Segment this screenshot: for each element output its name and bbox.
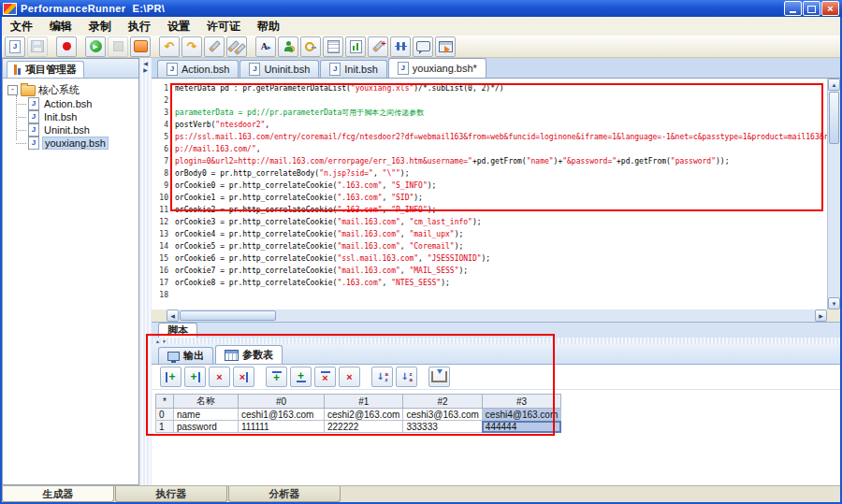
scroll-right-icon[interactable]: ▶ (815, 310, 827, 322)
delete-col-button[interactable]: × (209, 367, 230, 387)
tab-executor[interactable]: 执行器 (115, 486, 227, 502)
vertical-splitter[interactable]: ◀ ▶ (139, 58, 152, 485)
column-header[interactable]: #0 (239, 395, 325, 409)
font-icon: A▸ (261, 41, 271, 51)
code-editor[interactable]: 123456789101112131415161718 meterData pd… (152, 79, 827, 310)
delete-rows-button[interactable]: × (339, 367, 360, 387)
scroll-left-icon[interactable]: ◀ (167, 310, 179, 322)
collapse-right-icon[interactable]: ▶ (143, 67, 148, 74)
table-cell[interactable]: name (174, 409, 239, 421)
menu-help[interactable]: 帮助 (249, 19, 288, 35)
vuser-clock-button[interactable] (278, 36, 298, 57)
table-cell[interactable]: 333333 (403, 421, 482, 433)
minimize-button[interactable] (784, 1, 802, 16)
menu-edit[interactable]: 编辑 (41, 19, 80, 35)
run-button[interactable]: ▶ (85, 36, 106, 57)
tab-script[interactable]: 脚本 (158, 323, 197, 338)
column-header[interactable]: #1 (325, 395, 403, 409)
tree-item-action-bsh[interactable]: JAction.bsh (16, 97, 137, 110)
menu-record[interactable]: 录制 (80, 19, 120, 35)
export-window-button[interactable] (435, 36, 456, 57)
sort-asc-button[interactable]: ↓az (371, 367, 393, 387)
line-number: 10 (152, 192, 168, 204)
tree-item-youxiang-bsh[interactable]: Jyouxiang.bsh (16, 137, 137, 150)
menu-file[interactable]: 文件 (2, 19, 41, 35)
collapse-up-icon[interactable]: ▲ (155, 338, 160, 344)
insert-multi-function-button[interactable] (226, 36, 247, 57)
line-number: 5 (152, 131, 168, 143)
tab-param-table[interactable]: 参数表 (215, 345, 283, 364)
table-cell[interactable]: 222222 (325, 421, 403, 433)
table-cell[interactable]: 444444 (482, 421, 560, 433)
column-header[interactable]: 名称 (174, 395, 239, 409)
insert-col-before-button[interactable]: + (160, 367, 181, 387)
tab-analyzer[interactable]: 分析器 (228, 486, 341, 502)
new-script-button[interactable]: J (5, 36, 25, 57)
code-line (175, 94, 827, 107)
code-line: orBody0 = pr.http_correlateBody("n.jsp?s… (175, 167, 827, 180)
scroll-up-icon[interactable]: ▲ (828, 79, 840, 91)
script-file-icon: J (249, 63, 260, 76)
insert-row-below-button[interactable]: + (290, 367, 312, 387)
collapse-left-icon[interactable]: ◀ (143, 61, 148, 67)
insert-function-button[interactable] (204, 36, 225, 57)
tree-root[interactable]: - 核心系统 (7, 83, 137, 97)
row-index-cell[interactable]: 0 (156, 409, 174, 421)
export-icon (439, 41, 453, 52)
editor-horizontal-scrollbar[interactable]: ◀ ▶ (167, 310, 827, 322)
menu-license[interactable]: 许可证 (198, 19, 249, 35)
menu-settings[interactable]: 设置 (159, 19, 198, 35)
code-area[interactable]: meterData pd : pr.getParameterDataList("… (175, 82, 827, 310)
form-icon (327, 40, 340, 53)
tab-init[interactable]: JInit.bsh (320, 60, 386, 78)
erase-button[interactable]: × (368, 36, 388, 57)
delete-row-button[interactable]: × (314, 367, 336, 387)
delete-cols-button[interactable]: × (233, 367, 254, 387)
restore-button[interactable] (803, 1, 820, 16)
horizontal-splitter[interactable]: ▲ ▼ (152, 338, 840, 344)
table-cell[interactable]: ceshi3@163.com (403, 409, 482, 421)
slider-settings-button[interactable] (390, 36, 411, 57)
collapse-down-icon[interactable]: ▼ (162, 338, 167, 344)
edit-form-button[interactable] (323, 36, 343, 57)
record-button[interactable] (56, 36, 77, 57)
horizontal-scroll-thumb[interactable] (180, 310, 276, 321)
table-cell[interactable]: ceshi4@163.com (482, 409, 560, 421)
tab-output[interactable]: 输出 (158, 347, 213, 364)
vertical-scroll-thumb[interactable] (829, 92, 839, 144)
column-header[interactable]: #3 (482, 395, 560, 409)
correlate-key-button[interactable] (300, 36, 321, 57)
import-button[interactable] (428, 367, 450, 387)
collapse-icon[interactable]: - (7, 85, 18, 95)
row-index-cell[interactable]: 1 (156, 421, 174, 433)
table-cell[interactable]: ceshi2@163.com (325, 409, 403, 421)
script-file-icon: J (329, 63, 341, 76)
insert-row-above-button[interactable]: + (266, 367, 287, 387)
import-icon (431, 371, 447, 382)
report-button[interactable] (345, 36, 366, 57)
sort-desc-button[interactable]: ↓za (396, 367, 417, 387)
font-button[interactable]: A▸ (255, 36, 276, 57)
column-header[interactable]: * (156, 395, 174, 409)
undo-button[interactable]: ↶ (159, 36, 180, 57)
line-number: 9 (152, 180, 168, 192)
close-button[interactable]: × (821, 1, 839, 16)
menu-run[interactable]: 执行 (120, 19, 159, 35)
editor-vertical-scrollbar[interactable]: ▲ ▼ (827, 79, 839, 310)
tab-youxiang[interactable]: Jyouxiang.bsh* (388, 58, 486, 78)
pause-button[interactable] (130, 36, 151, 57)
tab-generator[interactable]: 生成器 (2, 486, 114, 502)
table-cell[interactable]: ceshi1@163.com (239, 409, 325, 421)
redo-button[interactable]: ↷ (181, 36, 202, 57)
scroll-down-icon[interactable]: ▼ (828, 297, 840, 310)
tree-item-uninit-bsh[interactable]: JUninit.bsh (16, 123, 137, 137)
tab-action[interactable]: JAction.bsh (157, 60, 239, 78)
tab-uninit[interactable]: JUninit.bsh (240, 60, 319, 78)
tree-item-init-bsh[interactable]: JInit.bsh (16, 110, 137, 123)
tab-project-manager[interactable]: 项目管理器 (7, 61, 84, 78)
comment-button[interactable] (413, 36, 433, 57)
insert-col-after-button[interactable]: + (184, 367, 206, 387)
column-header[interactable]: #2 (403, 395, 482, 409)
table-cell[interactable]: password (174, 421, 239, 433)
table-cell[interactable]: 111111 (239, 421, 325, 433)
